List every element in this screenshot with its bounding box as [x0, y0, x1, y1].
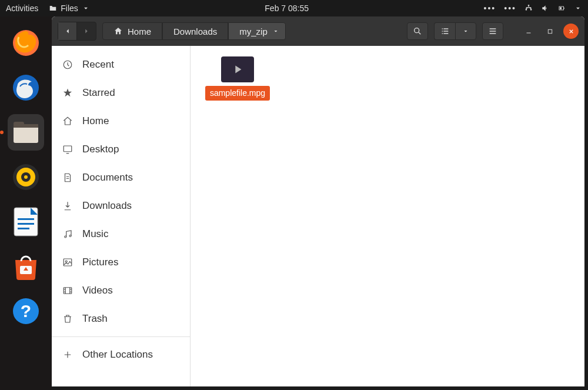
svg-point-30 — [65, 261, 67, 262]
svg-rect-18 — [18, 223, 34, 225]
dock-libreoffice[interactable] — [8, 204, 44, 240]
chevron-down-icon — [462, 28, 469, 35]
minimize-icon — [525, 28, 532, 35]
sidebar-item-label: Other Locations — [82, 349, 153, 361]
maximize-icon — [547, 28, 553, 35]
file-item[interactable]: samplefile.mpg — [207, 56, 268, 101]
indicator-dots-2[interactable]: ••• — [504, 4, 516, 13]
sidebar-item-recent[interactable]: Recent — [52, 51, 190, 79]
svg-rect-17 — [18, 218, 34, 220]
dock-software[interactable] — [8, 248, 44, 285]
sidebar-item-documents[interactable]: Documents — [52, 164, 190, 192]
breadcrumb-current-label: my_zip — [239, 26, 268, 36]
speaker-icon — [12, 163, 40, 191]
sidebar-item-starred[interactable]: Starred — [52, 79, 190, 107]
sidebar-item-label: Trash — [82, 313, 108, 325]
trash-icon — [62, 314, 73, 324]
home-icon — [113, 26, 123, 36]
file-grid[interactable]: samplefile.mpg — [191, 46, 584, 386]
gnome-topbar: Activities Files Feb 7 08:55 ••• ••• — [0, 0, 588, 16]
home-icon — [62, 116, 73, 126]
sidebar-item-label: Documents — [82, 172, 133, 184]
list-icon — [440, 26, 450, 36]
close-button[interactable] — [563, 24, 579, 39]
hamburger-icon — [488, 26, 497, 36]
svg-rect-4 — [564, 8, 564, 9]
svg-rect-0 — [528, 5, 529, 6]
indicator-dots-1[interactable]: ••• — [484, 4, 496, 13]
dock-rhythmbox[interactable] — [8, 159, 44, 195]
forward-button[interactable] — [77, 22, 96, 40]
sidebar-item-label: Pictures — [82, 256, 118, 268]
writer-icon — [13, 206, 39, 237]
music-icon — [62, 229, 73, 239]
clock[interactable]: Feb 7 08:55 — [90, 4, 484, 13]
file-name-label: samplefile.mpg — [205, 86, 270, 101]
svg-rect-2 — [530, 9, 532, 10]
desktop-icon — [62, 144, 73, 155]
back-button[interactable] — [58, 22, 77, 40]
firefox-icon — [12, 29, 40, 57]
breadcrumb-current[interactable]: my_zip — [228, 22, 286, 40]
maximize-button[interactable] — [542, 24, 557, 39]
sidebar-item-label: Home — [82, 115, 109, 127]
svg-rect-5 — [560, 7, 562, 9]
folder-icon — [49, 4, 57, 12]
sidebar-item-desktop[interactable]: Desktop — [52, 135, 190, 164]
sidebar-item-trash[interactable]: Trash — [52, 305, 190, 333]
files-window: Home Downloads my_zip — [52, 16, 584, 386]
view-dropdown-button[interactable] — [455, 22, 476, 40]
minimize-button[interactable] — [521, 24, 536, 39]
svg-rect-31 — [64, 288, 72, 294]
clock-icon — [62, 59, 73, 70]
dock-help[interactable]: ? — [8, 293, 44, 329]
volume-icon[interactable] — [541, 4, 549, 12]
battery-icon[interactable] — [557, 4, 566, 12]
play-icon — [231, 63, 244, 76]
download-icon — [62, 201, 73, 211]
help-icon: ? — [12, 297, 40, 325]
svg-rect-26 — [64, 146, 72, 152]
sidebar-item-other-locations[interactable]: Other Locations — [52, 341, 190, 369]
files-icon — [12, 121, 39, 144]
app-menu[interactable]: Files — [49, 4, 90, 13]
dock-thunderbird[interactable] — [8, 69, 44, 106]
search-button[interactable] — [407, 22, 428, 40]
sidebar-item-label: Music — [82, 228, 108, 240]
path-bar: Home Downloads my_zip — [102, 22, 286, 40]
nav-buttons — [58, 22, 96, 41]
sidebar-item-home[interactable]: Home — [52, 107, 190, 135]
activities-button[interactable]: Activities — [6, 4, 38, 13]
network-icon[interactable] — [524, 4, 533, 12]
list-view-button[interactable] — [434, 22, 455, 40]
sidebar-item-music[interactable]: Music — [52, 220, 190, 248]
close-icon — [568, 28, 574, 35]
dock-firefox[interactable] — [8, 25, 44, 61]
video-thumbnail — [221, 56, 254, 82]
svg-rect-24 — [548, 29, 552, 33]
svg-point-27 — [65, 236, 66, 238]
launcher-dock: ? — [0, 16, 52, 390]
svg-point-28 — [69, 235, 71, 237]
thunderbird-icon — [12, 74, 40, 102]
sidebar-item-label: Downloads — [82, 200, 132, 212]
svg-rect-19 — [18, 228, 29, 229]
star-icon — [62, 88, 73, 98]
breadcrumb-home[interactable]: Home — [102, 22, 162, 40]
dock-files[interactable] — [8, 114, 44, 151]
search-icon — [413, 26, 422, 36]
sidebar-item-downloads[interactable]: Downloads — [52, 192, 190, 220]
svg-point-15 — [24, 175, 28, 179]
chevron-right-icon — [82, 27, 91, 35]
breadcrumb-downloads[interactable]: Downloads — [162, 22, 228, 40]
picture-icon — [62, 257, 73, 268]
hamburger-menu-button[interactable] — [482, 22, 503, 40]
sidebar-item-videos[interactable]: Videos — [52, 276, 190, 305]
app-menu-label: Files — [61, 4, 78, 13]
svg-rect-1 — [526, 9, 527, 10]
places-sidebar: Recent Starred Home Desktop Documents Do… — [52, 46, 191, 386]
chevron-down-icon[interactable] — [574, 4, 582, 12]
sidebar-item-pictures[interactable]: Pictures — [52, 248, 190, 276]
svg-rect-11 — [14, 124, 38, 128]
video-icon — [62, 285, 73, 296]
